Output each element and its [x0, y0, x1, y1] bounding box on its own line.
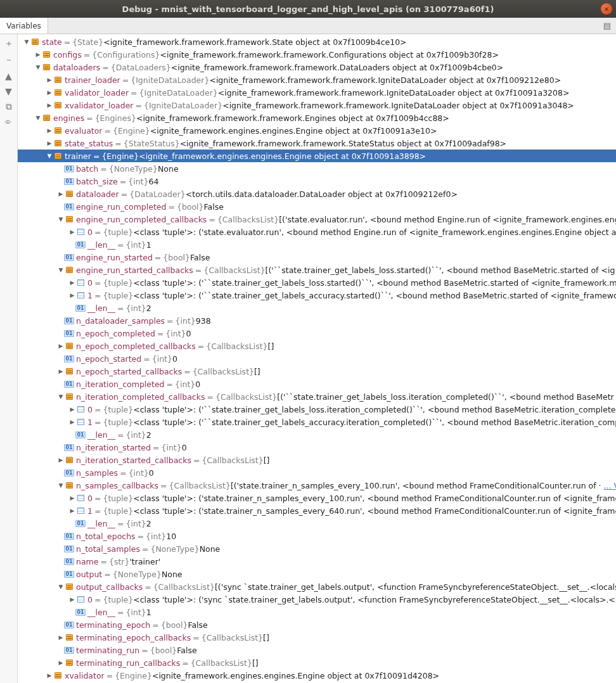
tree-row[interactable]: ▶1 = {tuple} <class 'tuple'>: ('state.tr…: [18, 504, 616, 517]
expand-arrow-icon[interactable]: ▶: [68, 419, 76, 425]
var-value: 0: [182, 443, 187, 452]
expand-arrow-icon[interactable]: ▶: [46, 672, 53, 679]
tree-row[interactable]: ▶01__len__ = {int} 1: [18, 606, 616, 618]
expand-arrow-icon[interactable]: ▶: [46, 127, 53, 134]
remove-watch-icon[interactable]: －: [4, 54, 13, 66]
tree-row[interactable]: ▼output_callbacks = {CallbacksList} [('s…: [18, 580, 616, 593]
tree-row[interactable]: ▶01batch_size = {int} 64: [18, 175, 616, 188]
tree-row[interactable]: ▶01n_epoch_completed = {int} 0: [18, 327, 616, 340]
var-name: 1: [87, 506, 93, 516]
add-watch-icon[interactable]: ＋: [4, 38, 13, 49]
expand-arrow-icon[interactable]: ▶: [57, 660, 65, 666]
tab-variables[interactable]: Variables: [0, 18, 48, 34]
tree-row[interactable]: ▶01n_total_samples = {NoneType} None: [18, 542, 616, 555]
expand-arrow-icon[interactable]: ▶: [46, 140, 53, 146]
tree-row[interactable]: ▶0 = {tuple} <class 'tuple'>: ('sync `st…: [18, 593, 616, 606]
var-type: {int}: [128, 177, 148, 186]
tree-row[interactable]: ▶01__len__ = {int} 1: [18, 238, 616, 251]
tree-row[interactable]: ▶state_status = {StateStatus} <ignite_fr…: [18, 137, 616, 150]
tree-row[interactable]: ▶xvalidator = {Engine} <ignite_framework…: [18, 669, 616, 682]
tree-row[interactable]: ▶evaluator = {Engine} <ignite_framework.…: [18, 124, 616, 137]
expand-arrow-icon[interactable]: ▶: [57, 343, 65, 349]
panel-settings-button[interactable]: ▤: [598, 18, 616, 34]
tree-row[interactable]: ▶xvalidator_loader = {IgniteDataLoader} …: [18, 99, 616, 112]
tree-row[interactable]: ▶01__len__ = {int} 2: [18, 302, 616, 314]
expand-arrow-icon[interactable]: ▼: [57, 216, 65, 222]
tree-row[interactable]: ▼engine_run_started_callbacks = {Callbac…: [18, 264, 616, 276]
move-up-icon[interactable]: ▲: [5, 71, 12, 81]
tree-row[interactable]: ▶0 = {tuple} <class 'tuple'>: ('state.ev…: [18, 226, 616, 238]
tree-row[interactable]: ▶01name = {str} 'trainer': [18, 555, 616, 568]
expand-arrow-icon[interactable]: ▶: [46, 77, 53, 83]
tree-row[interactable]: ▶1 = {tuple} <class 'tuple'>: ('``state.…: [18, 416, 616, 428]
tree-row[interactable]: ▶trainer_loader = {IgniteDataLoader} <ig…: [18, 73, 616, 86]
tree-row[interactable]: ▶01engine_run_completed = {bool} False: [18, 200, 616, 213]
tree-row[interactable]: ▼n_samples_callbacks = {CallbacksList} […: [18, 479, 616, 492]
tree-row[interactable]: ▼trainer = {Engine} <ignite_framework.en…: [18, 150, 616, 162]
tree-row[interactable]: ▶01terminating_run = {bool} False: [18, 644, 616, 656]
tree-row[interactable]: ▶n_epoch_completed_callbacks = {Callback…: [18, 340, 616, 352]
tree-row[interactable]: ▶1 = {tuple} <class 'tuple'>: ('``state.…: [18, 289, 616, 302]
expand-arrow-icon[interactable]: ▶: [68, 596, 76, 603]
expand-arrow-icon[interactable]: ▼: [57, 393, 65, 400]
tree-row[interactable]: ▼engines = {Engines} <ignite_framework.f…: [18, 112, 616, 124]
expand-arrow-icon[interactable]: ▼: [23, 39, 30, 45]
tree-row[interactable]: ▶0 = {tuple} <class 'tuple'>: ('``state.…: [18, 403, 616, 416]
tree-row[interactable]: ▶01__len__ = {int} 2: [18, 428, 616, 441]
var-name: configs: [53, 50, 82, 60]
tree-row[interactable]: ▶01__len__ = {int} 2: [18, 517, 616, 530]
var-value: 2: [146, 519, 151, 528]
expand-arrow-icon[interactable]: ▼: [34, 64, 42, 70]
tree-row[interactable]: ▶01n_iteration_started = {int} 0: [18, 441, 616, 454]
var-type: {CallbacksList}: [153, 582, 215, 592]
tree-row[interactable]: ▶terminating_epoch_callbacks = {Callback…: [18, 631, 616, 644]
tree-row[interactable]: ▶configs = {Configurations} <ignite_fram…: [18, 48, 616, 61]
tree-row[interactable]: ▼state = {State} <ignite_framework.frame…: [18, 35, 616, 48]
expand-arrow-icon[interactable]: ▼: [46, 153, 53, 159]
expand-arrow-icon[interactable]: ▶: [57, 634, 65, 641]
view-link[interactable]: ... View: [604, 481, 616, 490]
expand-arrow-icon[interactable]: ▶: [68, 507, 76, 514]
expand-arrow-icon[interactable]: ▶: [68, 229, 76, 235]
main-area: ＋ － ▲ ▼ ⧉ ᯣ ▼state = {State} <ignite_fra…: [0, 34, 616, 683]
expand-arrow-icon[interactable]: ▼: [34, 115, 42, 121]
tree-row[interactable]: ▶01output = {NoneType} None: [18, 568, 616, 580]
tree-row[interactable]: ▶0 = {tuple} <class 'tuple'>: ('``state.…: [18, 276, 616, 289]
expand-arrow-icon[interactable]: ▶: [46, 102, 53, 108]
expand-arrow-icon[interactable]: ▶: [57, 457, 65, 463]
tree-row[interactable]: ▶n_epoch_started_callbacks = {CallbacksL…: [18, 365, 616, 378]
expand-arrow-icon[interactable]: ▶: [57, 368, 65, 374]
glasses-icon[interactable]: ᯣ: [4, 117, 13, 127]
expand-arrow-icon[interactable]: ▼: [57, 267, 65, 273]
tree-row[interactable]: ▶01n_total_epochs = {int} 10: [18, 530, 616, 542]
tree-row[interactable]: ▶n_iteration_started_callbacks = {Callba…: [18, 454, 616, 466]
expand-arrow-icon[interactable]: ▶: [68, 279, 76, 286]
tree-row[interactable]: ▶validator_loader = {IgniteDataLoader} <…: [18, 86, 616, 99]
tree-row[interactable]: ▶terminating_run_callbacks = {CallbacksL…: [18, 656, 616, 669]
expand-arrow-icon[interactable]: ▶: [34, 51, 42, 58]
tree-row[interactable]: ▶0 = {tuple} <class 'tuple'>: ('state.tr…: [18, 492, 616, 504]
tree-row[interactable]: ▼dataloaders = {DataLoaders} <ignite_fra…: [18, 61, 616, 73]
window-close-button[interactable]: ✕: [601, 3, 612, 15]
var-name: evaluator: [65, 126, 103, 136]
expand-arrow-icon[interactable]: ▶: [68, 292, 76, 298]
expand-arrow-icon[interactable]: ▼: [57, 584, 65, 590]
expand-arrow-icon[interactable]: ▶: [57, 191, 65, 197]
copy-icon[interactable]: ⧉: [6, 101, 12, 112]
tree-row[interactable]: ▶01n_samples = {int} 0: [18, 466, 616, 479]
expand-arrow-icon[interactable]: ▶: [68, 406, 76, 412]
move-down-icon[interactable]: ▼: [5, 86, 12, 96]
tree-row[interactable]: ▶01engine_run_started = {bool} False: [18, 251, 616, 264]
tree-row[interactable]: ▶01terminating_epoch = {bool} False: [18, 618, 616, 631]
expand-arrow-icon[interactable]: ▶: [68, 495, 76, 501]
tree-row[interactable]: ▼n_iteration_completed_callbacks = {Call…: [18, 390, 616, 403]
tree-row[interactable]: ▶dataloader = {DataLoader} <torch.utils.…: [18, 188, 616, 200]
tree-row[interactable]: ▶01batch = {NoneType} None: [18, 162, 616, 175]
variables-tree[interactable]: ▼state = {State} <ignite_framework.frame…: [18, 34, 616, 683]
tree-row[interactable]: ▶01n_iteration_completed = {int} 0: [18, 378, 616, 390]
tree-row[interactable]: ▶01n_dataloader_samples = {int} 938: [18, 314, 616, 327]
expand-arrow-icon[interactable]: ▼: [57, 482, 65, 488]
tree-row[interactable]: ▶01n_epoch_started = {int} 0: [18, 352, 616, 365]
tree-row[interactable]: ▼engine_run_completed_callbacks = {Callb…: [18, 213, 616, 226]
expand-arrow-icon[interactable]: ▶: [46, 89, 53, 96]
